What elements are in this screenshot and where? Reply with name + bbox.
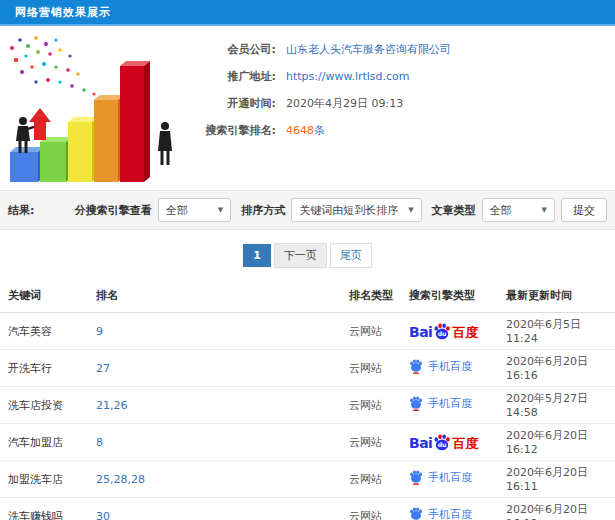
mobile-baidu-paw-icon bbox=[409, 507, 423, 520]
bar-chart-illustration-svg bbox=[0, 30, 188, 188]
engine-filter-label: 分搜索引擎查看 bbox=[75, 203, 152, 218]
next-page-button[interactable]: 下一页 bbox=[274, 243, 327, 268]
sort-filter-label: 排序方式 bbox=[241, 203, 285, 218]
table-row: 洗车赚钱吗 30 云网站 Bai du 百度 bbox=[0, 498, 615, 520]
mobile-baidu-logo-icon: 手机百度 bbox=[409, 507, 472, 520]
rank-link[interactable]: 27 bbox=[96, 362, 110, 375]
engine-cell: Bai du 百度 bbox=[401, 387, 498, 424]
mobile-baidu-logo-icon: 手机百度 bbox=[409, 470, 472, 485]
keyword-cell: 洗车赚钱吗 bbox=[0, 498, 88, 520]
info-row-open-time: 开通时间: 2020年4月29日 09:13 bbox=[188, 96, 615, 111]
businessman-right bbox=[158, 122, 172, 165]
column-header-rank-type: 排名类型 bbox=[341, 280, 401, 313]
keyword-cell: 洗车店投资 bbox=[0, 387, 88, 424]
rank-link[interactable]: 8 bbox=[96, 436, 103, 449]
rank-type-cell: 云网站 bbox=[341, 313, 401, 350]
filter-bar: 结果: 分搜索引擎查看 全部 ▼ 排序方式 关键词由短到长排序 ▼ 文章类型 全… bbox=[0, 190, 615, 230]
baidu-logo-icon: Bai du 百度 bbox=[409, 323, 478, 339]
promotion-url-label: 推广地址: bbox=[188, 69, 276, 84]
rank-link[interactable]: 25,28,28 bbox=[96, 473, 145, 486]
keyword-cell: 加盟洗车店 bbox=[0, 461, 88, 498]
table-body: 汽车美容 9 云网站 Bai du 百度 bbox=[0, 313, 615, 520]
engine-cell: Bai du 百度 bbox=[401, 424, 498, 461]
rank-link[interactable]: 21,26 bbox=[96, 399, 128, 412]
keyword-cell: 开洗车行 bbox=[0, 350, 88, 387]
column-header-rank: 排名 bbox=[88, 280, 341, 313]
pagination: 1 下一页 尾页 bbox=[0, 230, 615, 280]
mobile-baidu-paw-icon bbox=[409, 396, 423, 411]
rank-cell: 8 bbox=[88, 424, 341, 461]
baidu-paw-icon: du bbox=[433, 434, 451, 451]
chevron-down-icon: ▼ bbox=[408, 206, 413, 214]
article-type-select-value: 全部 bbox=[490, 203, 532, 218]
mobile-baidu-paw-icon bbox=[409, 470, 423, 485]
rank-type-cell: 云网站 bbox=[341, 350, 401, 387]
open-time-value: 2020年4月29日 09:13 bbox=[286, 96, 403, 111]
engine-cell: Bai du 百度 bbox=[401, 498, 498, 520]
last-page-button[interactable]: 尾页 bbox=[330, 243, 372, 268]
update-time-cell: 2020年6月20日 16:12 bbox=[498, 498, 615, 520]
table-row: 加盟洗车店 25,28,28 云网站 Bai du 百度 bbox=[0, 461, 615, 498]
chevron-down-icon: ▼ bbox=[218, 206, 223, 214]
update-time-cell: 2020年6月20日 16:16 bbox=[498, 350, 615, 387]
engine-cell: Bai du 百度 bbox=[401, 313, 498, 350]
baidu-paw-icon: du bbox=[433, 323, 451, 340]
rank-cell: 30 bbox=[88, 498, 341, 520]
table-row: 开洗车行 27 云网站 Bai du 百度 bbox=[0, 350, 615, 387]
info-row-company: 会员公司: 山东老人头汽车服务咨询有限公司 bbox=[188, 42, 615, 57]
rank-count-unit: 条 bbox=[314, 123, 325, 138]
open-time-label: 开通时间: bbox=[188, 96, 276, 111]
info-row-url: 推广地址: https://www.lrtlsd.com bbox=[188, 69, 615, 84]
member-info-list: 会员公司: 山东老人头汽车服务咨询有限公司 推广地址: https://www.… bbox=[188, 30, 615, 190]
engine-select-value: 全部 bbox=[166, 203, 208, 218]
rank-link[interactable]: 9 bbox=[96, 325, 103, 338]
update-time-cell: 2020年6月20日 16:12 bbox=[498, 424, 615, 461]
rank-cell: 21,26 bbox=[88, 387, 341, 424]
rank-type-cell: 云网站 bbox=[341, 461, 401, 498]
mobile-baidu-paw-icon bbox=[409, 359, 423, 374]
bar-chart-growth-illustration bbox=[0, 30, 188, 188]
result-label: 结果: bbox=[8, 203, 34, 218]
up-arrow-icon bbox=[29, 108, 51, 140]
engine-select[interactable]: 全部 ▼ bbox=[158, 198, 231, 222]
mobile-baidu-logo-icon: 手机百度 bbox=[409, 396, 472, 411]
sort-select-value: 关键词由短到长排序 bbox=[299, 203, 398, 218]
company-name-link[interactable]: 山东老人头汽车服务咨询有限公司 bbox=[286, 42, 451, 57]
engine-cell: Bai du 百度 bbox=[401, 461, 498, 498]
promotion-url-link[interactable]: https://www.lrtlsd.com bbox=[286, 69, 410, 84]
table-row: 汽车美容 9 云网站 Bai du 百度 bbox=[0, 313, 615, 350]
company-label: 会员公司: bbox=[188, 42, 276, 57]
rank-cell: 27 bbox=[88, 350, 341, 387]
rank-type-cell: 云网站 bbox=[341, 424, 401, 461]
member-info-section: 会员公司: 山东老人头汽车服务咨询有限公司 推广地址: https://www.… bbox=[0, 26, 615, 190]
confetti-dots bbox=[10, 36, 112, 107]
table-row: 汽车加盟店 8 云网站 Bai du 百度 bbox=[0, 424, 615, 461]
page-header: 网络营销效果展示 bbox=[0, 0, 615, 26]
article-type-filter-label: 文章类型 bbox=[432, 203, 476, 218]
engine-cell: Bai du 百度 bbox=[401, 350, 498, 387]
table-row: 洗车店投资 21,26 云网站 Bai du 百度 bbox=[0, 387, 615, 424]
rank-type-cell: 云网站 bbox=[341, 387, 401, 424]
page: 网络营销效果展示 bbox=[0, 0, 615, 520]
keyword-cell: 汽车美容 bbox=[0, 313, 88, 350]
update-time-cell: 2020年6月5日 11:24 bbox=[498, 313, 615, 350]
rank-cell: 25,28,28 bbox=[88, 461, 341, 498]
rank-cell: 9 bbox=[88, 313, 341, 350]
table-header: 关键词 排名 排名类型 搜索引擎类型 最新更新时间 bbox=[0, 280, 615, 313]
keyword-cell: 汽车加盟店 bbox=[0, 424, 88, 461]
article-type-select[interactable]: 全部 ▼ bbox=[482, 198, 555, 222]
info-row-rank-count: 搜索引擎排名: 4648条 bbox=[188, 123, 615, 138]
page-1-button[interactable]: 1 bbox=[243, 244, 271, 267]
page-title: 网络营销效果展示 bbox=[15, 5, 111, 20]
update-time-cell: 2020年6月20日 16:11 bbox=[498, 461, 615, 498]
submit-button[interactable]: 提交 bbox=[561, 198, 607, 222]
column-header-engine-type: 搜索引擎类型 bbox=[401, 280, 498, 313]
rank-count-label: 搜索引擎排名: bbox=[188, 123, 276, 138]
keyword-ranking-table: 关键词 排名 排名类型 搜索引擎类型 最新更新时间 汽车美容 9 云网站 Bai… bbox=[0, 280, 615, 520]
mobile-baidu-logo-icon: 手机百度 bbox=[409, 359, 472, 374]
rank-link[interactable]: 30 bbox=[96, 510, 110, 520]
svg-text:du: du bbox=[438, 330, 447, 337]
sort-select[interactable]: 关键词由短到长排序 ▼ bbox=[291, 198, 421, 222]
update-time-cell: 2020年5月27日 14:58 bbox=[498, 387, 615, 424]
baidu-logo-icon: Bai du 百度 bbox=[409, 434, 478, 450]
